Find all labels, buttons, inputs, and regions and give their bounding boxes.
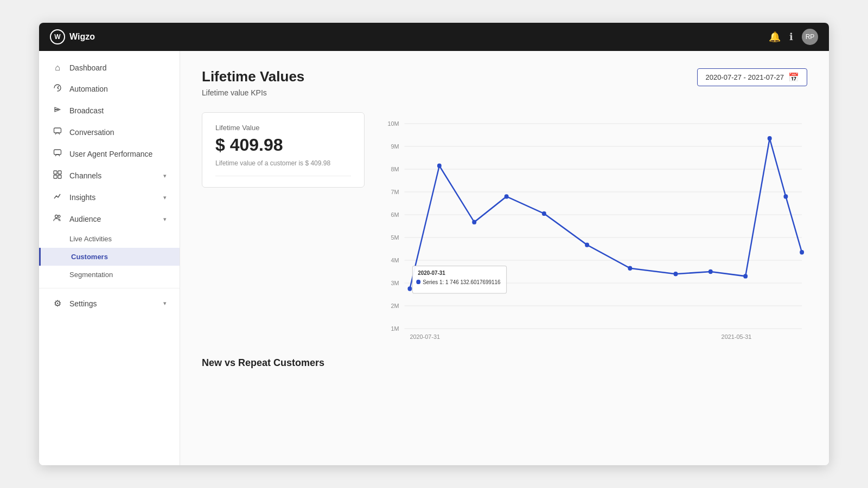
svg-text:2020-07-31: 2020-07-31 bbox=[410, 333, 440, 340]
svg-rect-4 bbox=[54, 175, 57, 178]
svg-text:5M: 5M bbox=[391, 234, 399, 241]
sidebar-item-insights[interactable]: Insights ▾ bbox=[39, 187, 180, 208]
svg-text:2020-07-31: 2020-07-31 bbox=[418, 270, 445, 276]
body: ⌂ Dashboard Automation Broadcast Conver bbox=[39, 51, 829, 465]
sidebar-sub-item-live-activities[interactable]: Live Activities bbox=[39, 230, 180, 248]
svg-text:10M: 10M bbox=[387, 120, 399, 127]
sidebar-item-label: Broadcast bbox=[69, 106, 104, 115]
svg-text:3M: 3M bbox=[391, 280, 399, 286]
svg-rect-0 bbox=[54, 128, 61, 133]
top-bar: Lifetime Values Lifetime value KPIs 2020… bbox=[202, 68, 807, 112]
sidebar-item-label: Channels bbox=[69, 171, 101, 180]
brand-name: Wigzo bbox=[69, 32, 95, 42]
sidebar-item-label: Settings bbox=[69, 299, 97, 308]
sidebar-item-label: Conversation bbox=[69, 128, 114, 137]
insights-icon bbox=[52, 192, 63, 203]
sidebar-item-conversation[interactable]: Conversation bbox=[39, 121, 180, 143]
header: W Wigzo 🔔 ℹ RP bbox=[39, 23, 829, 51]
svg-text:2M: 2M bbox=[391, 303, 399, 309]
sidebar-item-label: Automation bbox=[69, 85, 108, 93]
main-content: Lifetime Values Lifetime value KPIs 2020… bbox=[180, 51, 829, 465]
kpi-card: Lifetime Value $ 409.98 Lifetime value o… bbox=[202, 112, 365, 188]
svg-text:9M: 9M bbox=[391, 143, 399, 150]
sidebar: ⌂ Dashboard Automation Broadcast Conver bbox=[39, 51, 180, 465]
channels-arrow: ▾ bbox=[163, 172, 167, 179]
svg-point-40 bbox=[768, 136, 772, 140]
sidebar-item-broadcast[interactable]: Broadcast bbox=[39, 100, 180, 121]
calendar-icon: 📅 bbox=[788, 72, 799, 82]
kpi-value: $ 409.98 bbox=[215, 135, 351, 155]
conversation-icon bbox=[52, 127, 63, 138]
user-agent-icon bbox=[52, 149, 63, 159]
svg-text:8M: 8M bbox=[391, 166, 399, 172]
kpi-divider bbox=[215, 176, 351, 176]
svg-text:2021-05-31: 2021-05-31 bbox=[722, 333, 752, 340]
svg-rect-1 bbox=[54, 150, 61, 155]
sidebar-sub-item-customers[interactable]: Customers bbox=[39, 248, 180, 266]
sidebar-item-label: Insights bbox=[69, 193, 95, 202]
sidebar-item-automation[interactable]: Automation bbox=[39, 78, 180, 100]
dashboard-icon: ⌂ bbox=[52, 63, 63, 73]
lifetime-chart: 10M 9M 8M 7M 6M 5M 4M 3M 2M 1M 2020-07-3… bbox=[378, 112, 807, 340]
svg-point-6 bbox=[55, 215, 58, 218]
header-left: W Wigzo bbox=[50, 29, 95, 44]
sub-item-label: Segmentation bbox=[69, 271, 113, 279]
svg-point-34 bbox=[542, 211, 546, 216]
page-title: Lifetime Values bbox=[202, 68, 304, 85]
header-right: 🔔 ℹ RP bbox=[769, 29, 818, 45]
sub-item-label: Live Activities bbox=[69, 235, 112, 243]
svg-point-35 bbox=[585, 242, 589, 247]
svg-point-42 bbox=[800, 250, 804, 254]
svg-point-41 bbox=[783, 194, 788, 198]
date-range-picker[interactable]: 2020-07-27 - 2021-07-27 📅 bbox=[697, 68, 807, 86]
svg-rect-3 bbox=[58, 171, 61, 174]
content-row: Lifetime Value $ 409.98 Lifetime value o… bbox=[202, 112, 807, 340]
info-icon[interactable]: ℹ bbox=[789, 31, 793, 43]
svg-point-36 bbox=[628, 266, 632, 271]
svg-point-39 bbox=[743, 274, 748, 278]
app-window: W Wigzo 🔔 ℹ RP ⌂ Dashboard Automation bbox=[39, 23, 829, 465]
section2-title: New vs Repeat Customers bbox=[202, 357, 807, 369]
settings-icon: ⚙ bbox=[52, 298, 63, 309]
sidebar-sub-item-segmentation[interactable]: Segmentation bbox=[39, 266, 180, 284]
sub-item-label: Customers bbox=[71, 253, 108, 261]
page-subtitle: Lifetime value KPIs bbox=[202, 88, 304, 97]
svg-text:6M: 6M bbox=[391, 211, 399, 218]
svg-rect-2 bbox=[54, 171, 57, 174]
svg-text:4M: 4M bbox=[391, 257, 399, 264]
svg-point-38 bbox=[709, 269, 713, 274]
date-range-text: 2020-07-27 - 2021-07-27 bbox=[705, 73, 784, 81]
svg-point-32 bbox=[472, 220, 476, 224]
svg-text:1M: 1M bbox=[391, 325, 399, 332]
broadcast-icon bbox=[52, 105, 63, 116]
sidebar-divider bbox=[39, 288, 180, 288]
chart-area: 10M 9M 8M 7M 6M 5M 4M 3M 2M 1M 2020-07-3… bbox=[378, 112, 807, 340]
kpi-label: Lifetime Value bbox=[215, 124, 351, 132]
svg-text:7M: 7M bbox=[391, 189, 399, 195]
sidebar-item-user-agent[interactable]: User Agent Performance bbox=[39, 143, 180, 165]
svg-point-45 bbox=[416, 280, 420, 284]
svg-point-30 bbox=[407, 286, 412, 291]
sidebar-item-audience[interactable]: Audience ▾ bbox=[39, 208, 180, 230]
svg-point-31 bbox=[437, 164, 442, 168]
logo: W bbox=[50, 29, 65, 44]
sidebar-item-settings[interactable]: ⚙ Settings ▾ bbox=[39, 293, 180, 314]
user-avatar[interactable]: RP bbox=[802, 29, 818, 45]
audience-arrow: ▾ bbox=[163, 216, 167, 223]
svg-rect-5 bbox=[58, 175, 61, 178]
audience-icon bbox=[52, 214, 63, 224]
svg-point-37 bbox=[673, 272, 678, 276]
svg-point-33 bbox=[505, 194, 509, 198]
sidebar-item-label: User Agent Performance bbox=[69, 150, 152, 158]
sidebar-item-dashboard[interactable]: ⌂ Dashboard bbox=[39, 57, 180, 78]
automation-icon bbox=[52, 84, 63, 94]
settings-arrow: ▾ bbox=[163, 300, 167, 307]
insights-arrow: ▾ bbox=[163, 194, 167, 201]
notification-icon[interactable]: 🔔 bbox=[769, 31, 781, 43]
sidebar-item-label: Dashboard bbox=[69, 63, 107, 72]
sidebar-item-channels[interactable]: Channels ▾ bbox=[39, 165, 180, 187]
channels-icon bbox=[52, 170, 63, 181]
page-header: Lifetime Values Lifetime value KPIs bbox=[202, 68, 304, 112]
kpi-description: Lifetime value of a customer is $ 409.98 bbox=[215, 159, 351, 167]
svg-point-7 bbox=[58, 215, 60, 217]
